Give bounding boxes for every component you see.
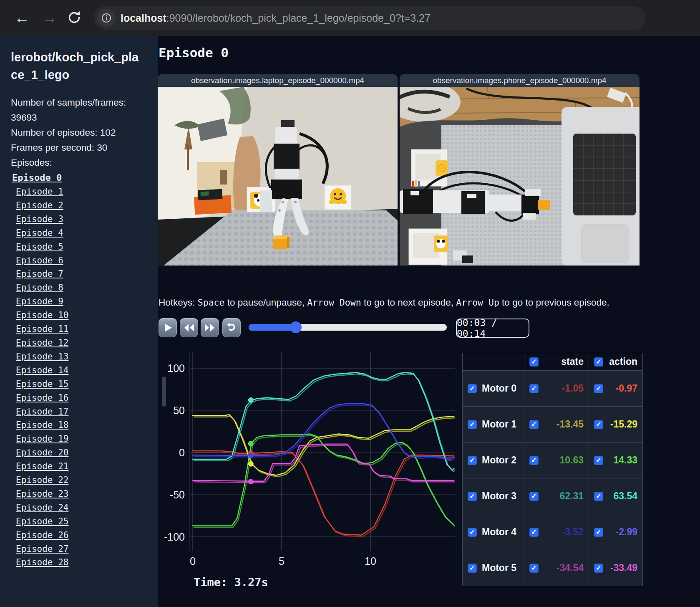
checkbox[interactable]: ✓ — [594, 420, 603, 429]
svg-text:10: 10 — [365, 555, 376, 567]
svg-text:0: 0 — [190, 555, 196, 567]
sidebar: lerobot/koch_pick_place_1_lego Number of… — [0, 36, 158, 607]
table-header-action: ✓action — [589, 353, 643, 371]
svg-text:100: 100 — [167, 362, 185, 374]
sidebar-episode-link-6[interactable]: Episode 6 — [16, 254, 158, 268]
hotkey-space: Space — [198, 297, 225, 308]
browser-chrome: ← → localhost:9090/lerobot/koch_pick_pla… — [0, 0, 700, 36]
url-bar[interactable]: localhost:9090/lerobot/koch_pick_place_1… — [94, 6, 645, 30]
motor-row-state-5: ✓-34.54 — [524, 550, 589, 586]
checkbox[interactable]: ✓ — [468, 492, 477, 501]
checkbox[interactable]: ✓ — [594, 528, 603, 537]
rewind-button[interactable] — [180, 318, 198, 337]
sidebar-episode-link-0[interactable]: Episode 0 — [12, 171, 158, 185]
play-icon — [162, 322, 173, 333]
sidebar-episode-link-2[interactable]: Episode 2 — [16, 199, 158, 212]
motor-row-action-2: ✓14.33 — [589, 443, 643, 478]
sidebar-episode-link-11[interactable]: Episode 11 — [16, 322, 158, 336]
sidebar-episode-link-25[interactable]: Episode 25 — [16, 515, 158, 529]
motor-row-state-2: ✓10.63 — [524, 443, 589, 478]
checkbox[interactable]: ✓ — [468, 456, 477, 465]
checkbox[interactable]: ✓ — [529, 357, 539, 367]
fast-forward-button[interactable] — [201, 318, 219, 337]
sidebar-episode-link-28[interactable]: Episode 28 — [16, 556, 158, 569]
motor-chart[interactable]: 100500-50-1000510Time: 3.27s — [159, 339, 456, 607]
sidebar-episode-link-7[interactable]: Episode 7 — [16, 267, 158, 281]
checkbox[interactable]: ✓ — [529, 420, 539, 429]
svg-text:0: 0 — [179, 447, 185, 458]
dataset-stats: Number of samples/frames: 39693 Number o… — [0, 95, 158, 170]
info-icon[interactable] — [101, 13, 111, 23]
video-title-laptop: observation.images.laptop_episode_000000… — [158, 74, 398, 87]
motor-row-state-3: ✓62.31 — [524, 478, 589, 514]
reload-icon[interactable] — [67, 10, 82, 25]
sidebar-episode-link-16[interactable]: Episode 16 — [16, 391, 158, 405]
motor-row-action-4: ✓-2.99 — [589, 514, 643, 550]
sidebar-episode-link-19[interactable]: Episode 19 — [16, 432, 158, 446]
seek-slider-fill — [249, 324, 296, 331]
sidebar-episode-link-22[interactable]: Episode 22 — [16, 473, 158, 487]
sidebar-episode-link-12[interactable]: Episode 12 — [16, 336, 158, 350]
motor-row-label-1: ✓Motor 1 — [463, 407, 524, 443]
motor-row-state-0: ✓-1.05 — [524, 371, 589, 407]
sidebar-episode-link-4[interactable]: Episode 4 — [16, 226, 158, 240]
time-display: 00:03 / 00:14 — [456, 319, 529, 338]
sidebar-episode-link-8[interactable]: Episode 8 — [16, 281, 158, 295]
checkbox[interactable]: ✓ — [594, 357, 603, 367]
sidebar-episode-link-21[interactable]: Episode 21 — [16, 460, 158, 473]
checkbox[interactable]: ✓ — [468, 564, 477, 573]
sidebar-episode-link-24[interactable]: Episode 24 — [16, 501, 158, 515]
sidebar-episode-link-10[interactable]: Episode 10 — [16, 309, 158, 322]
sidebar-episode-link-14[interactable]: Episode 14 — [16, 364, 158, 377]
sidebar-episode-link-15[interactable]: Episode 15 — [16, 377, 158, 391]
sidebar-episode-link-13[interactable]: Episode 13 — [16, 350, 158, 364]
checkbox[interactable]: ✓ — [594, 384, 603, 393]
svg-text:Time: 3.27s: Time: 3.27s — [194, 576, 268, 589]
table-header-state: ✓state — [524, 353, 589, 371]
url-text[interactable]: localhost:9090/lerobot/koch_pick_place_1… — [121, 6, 431, 30]
checkbox[interactable]: ✓ — [529, 456, 539, 465]
motor-row-state-1: ✓-13.45 — [524, 407, 589, 443]
checkbox[interactable]: ✓ — [529, 384, 539, 393]
motor-row-state-4: ✓-3.52 — [524, 514, 589, 550]
forward-icon[interactable]: → — [42, 8, 57, 28]
page-title: Episode 0 — [159, 45, 229, 60]
fast-forward-icon — [204, 323, 216, 333]
loop-button[interactable] — [222, 318, 241, 337]
checkbox[interactable]: ✓ — [468, 528, 477, 537]
play-button[interactable] — [159, 318, 177, 337]
motor-row-action-5: ✓-33.49 — [589, 550, 643, 586]
sidebar-episode-link-5[interactable]: Episode 5 — [16, 240, 158, 254]
sidebar-episode-link-1[interactable]: Episode 1 — [16, 185, 158, 199]
sidebar-episode-link-26[interactable]: Episode 26 — [16, 529, 158, 542]
loop-icon — [226, 322, 237, 334]
checkbox[interactable]: ✓ — [529, 492, 539, 501]
checkbox[interactable]: ✓ — [529, 528, 539, 537]
video-panel-laptop[interactable]: observation.images.laptop_episode_000000… — [158, 74, 398, 266]
checkbox[interactable]: ✓ — [468, 384, 477, 393]
sidebar-episode-link-9[interactable]: Episode 9 — [16, 295, 158, 309]
stat-samples: Number of samples/frames: 39693 — [11, 95, 143, 125]
checkbox[interactable]: ✓ — [529, 564, 539, 573]
hotkey-arrow-up: Arrow Up — [456, 297, 499, 308]
motor-row-label-0: ✓Motor 0 — [463, 371, 524, 407]
checkbox[interactable]: ✓ — [594, 564, 603, 573]
sidebar-episode-link-23[interactable]: Episode 23 — [16, 487, 158, 501]
seek-slider-thumb[interactable] — [290, 321, 302, 333]
seek-slider[interactable] — [249, 324, 447, 331]
video-panel-phone[interactable]: observation.images.phone_episode_000000.… — [400, 74, 640, 266]
motor-row-label-3: ✓Motor 3 — [463, 478, 524, 514]
checkbox[interactable]: ✓ — [594, 492, 603, 501]
back-icon[interactable]: ← — [14, 8, 30, 28]
sidebar-episode-link-17[interactable]: Episode 17 — [16, 405, 158, 419]
sidebar-episode-link-20[interactable]: Episode 20 — [16, 446, 158, 460]
svg-text:-50: -50 — [170, 489, 185, 501]
hotkey-arrow-down: Arrow Down — [307, 297, 361, 308]
sidebar-episode-link-18[interactable]: Episode 18 — [16, 418, 158, 432]
hotkeys-help: Hotkeys: Space to pause/unpause, Arrow D… — [159, 297, 609, 308]
checkbox[interactable]: ✓ — [594, 456, 603, 465]
sidebar-episode-link-27[interactable]: Episode 27 — [16, 542, 158, 556]
checkbox[interactable]: ✓ — [468, 420, 477, 429]
sidebar-episode-link-3[interactable]: Episode 3 — [16, 212, 158, 226]
dataset-title: lerobot/koch_pick_place_1_lego — [11, 48, 144, 83]
